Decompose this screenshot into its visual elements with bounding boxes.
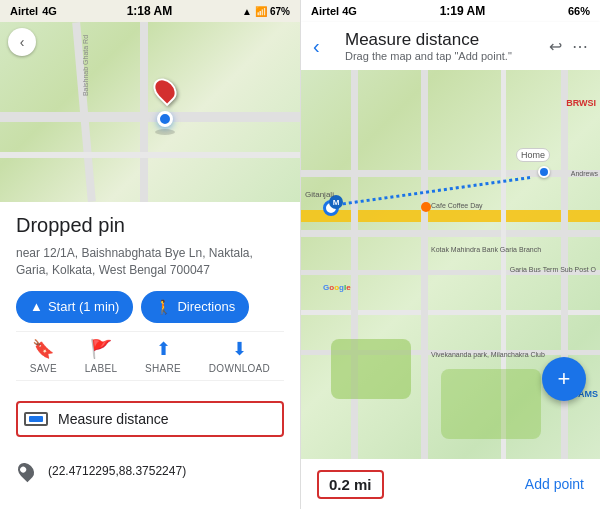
road-right-v1 xyxy=(351,70,358,459)
pin-shadow xyxy=(155,129,175,135)
road-label: Baishnab Ghata Rd xyxy=(82,35,89,96)
green-area1 xyxy=(331,339,411,399)
distance-badge: 0.2 mi xyxy=(317,470,384,499)
google-text: Google xyxy=(323,283,351,292)
road-right-h4 xyxy=(301,310,600,315)
label-gitanjali: Gitanjali xyxy=(305,190,334,199)
label-label: LABEL xyxy=(85,363,118,374)
undo-button[interactable]: ↩ xyxy=(549,37,562,56)
nav-icon: ▲ xyxy=(30,299,43,314)
label-ccd: Cafe Coffee Day xyxy=(431,202,483,209)
share-action[interactable]: ⬆ SHARE xyxy=(145,338,181,374)
road-right-h1 xyxy=(301,170,600,177)
wifi-icon: ▲ xyxy=(242,6,252,17)
status-bar-right: Airtel 4G 1:19 AM 66% xyxy=(301,0,600,22)
bottom-bar-right: 0.2 mi Add point xyxy=(301,459,600,509)
bottom-card-left: Dropped pin near 12/1A, Baishnabghata By… xyxy=(0,202,300,509)
right-panel: Airtel 4G 1:19 AM 66% ‹ Measure distance… xyxy=(300,0,600,509)
road-h2 xyxy=(0,152,300,158)
status-icons-left: ▲ 📶 67% xyxy=(242,6,290,17)
header-title: Measure distance xyxy=(345,30,541,50)
measure-icon-inner xyxy=(29,416,43,422)
battery-right: 66% xyxy=(568,5,590,17)
pin-blue-dot xyxy=(157,111,173,127)
label-garia: Garia Bus Term Sub Post O xyxy=(510,265,596,274)
time-right: 1:19 AM xyxy=(440,4,486,18)
download-icon: ⬇ xyxy=(228,338,250,360)
ccd-marker xyxy=(421,202,431,212)
label-brwsi: BRWSI xyxy=(566,98,596,108)
pin-red-marker xyxy=(149,74,182,107)
map-right[interactable]: M BRWSI Gitanjali Home Cafe Coffee Day K… xyxy=(301,70,600,459)
carrier-left: Airtel xyxy=(10,5,38,17)
walk-icon: 🚶 xyxy=(155,299,172,315)
save-label: SAVE xyxy=(30,363,57,374)
action-buttons: ▲ Start (1 min) 🚶 Directions xyxy=(16,291,284,323)
header-right: ‹ Measure distance Drag the map and tap … xyxy=(301,22,600,70)
time-left: 1:18 AM xyxy=(127,4,173,18)
header-title-area: Measure distance Drag the map and tap "A… xyxy=(345,30,541,62)
google-logo: Google xyxy=(323,276,351,294)
header-actions: ↩ ⋯ xyxy=(549,37,588,56)
measure-distance-label: Measure distance xyxy=(58,411,169,427)
label-andrew: Andrews xyxy=(571,170,598,177)
share-icon: ⬆ xyxy=(152,338,174,360)
dropped-pin-title: Dropped pin xyxy=(16,214,284,237)
dropped-pin xyxy=(155,77,175,135)
label-home: Home xyxy=(516,148,550,162)
dropped-pin-address: near 12/1A, Baishnabghata Bye Ln, Naktal… xyxy=(16,245,284,279)
plus-code-row: 7MJCF9CG+F3 ? xyxy=(16,505,284,509)
measure-distance-row[interactable]: Measure distance xyxy=(16,401,284,437)
label-vivekananda: Vivekananda park, Milanchakra Club xyxy=(431,350,545,359)
coords-pin-icon xyxy=(16,461,36,481)
add-point-button[interactable]: Add point xyxy=(525,476,584,492)
header-back-button[interactable]: ‹ xyxy=(313,35,337,58)
start-button[interactable]: ▲ Start (1 min) xyxy=(16,291,133,323)
road-h1 xyxy=(0,112,300,122)
start-button-label: Start (1 min) xyxy=(48,299,120,314)
carrier-right: Airtel 4G xyxy=(311,5,357,17)
directions-button[interactable]: 🚶 Directions xyxy=(141,291,249,323)
map-back-button[interactable]: ‹ xyxy=(8,28,36,56)
save-action[interactable]: 🔖 SAVE xyxy=(30,338,57,374)
download-action[interactable]: ⬇ DOWNLOAD xyxy=(209,338,270,374)
label-kotak: Kotak Mahindra Bank Garia Branch xyxy=(431,245,541,254)
battery-left: 67% xyxy=(270,6,290,17)
road-right-h2 xyxy=(301,230,600,237)
coords-row: (22.4712295,88.3752247) xyxy=(16,457,284,485)
green-area2 xyxy=(441,369,541,439)
share-label: SHARE xyxy=(145,363,181,374)
left-panel: Airtel 4G 1:18 AM ▲ 📶 67% Baishnab Ghata… xyxy=(0,0,300,509)
signal-icon: 📶 xyxy=(255,6,267,17)
measure-icon xyxy=(24,412,48,426)
end-marker xyxy=(538,166,550,178)
directions-button-label: Directions xyxy=(177,299,235,314)
header-subtitle: Drag the map and tap "Add point." xyxy=(345,50,541,62)
quick-actions: 🔖 SAVE 🚩 LABEL ⬆ SHARE ⬇ DOWNLOAD xyxy=(16,331,284,381)
road-right-main xyxy=(301,210,600,222)
more-options-button[interactable]: ⋯ xyxy=(572,37,588,56)
status-bar-left: Airtel 4G 1:18 AM ▲ 📶 67% xyxy=(0,0,300,22)
map-left[interactable]: Baishnab Ghata Rd ‹ xyxy=(0,22,300,202)
save-icon: 🔖 xyxy=(32,338,54,360)
road-right-v2 xyxy=(421,70,428,459)
network-left: 4G xyxy=(42,5,57,17)
label-action[interactable]: 🚩 LABEL xyxy=(85,338,118,374)
download-label: DOWNLOAD xyxy=(209,363,270,374)
carrier-info: Airtel 4G xyxy=(10,5,57,17)
pin-icon-small xyxy=(15,459,38,482)
fab-button[interactable]: + xyxy=(542,357,586,401)
coords-text: (22.4712295,88.3752247) xyxy=(48,464,186,478)
label-icon: 🚩 xyxy=(90,338,112,360)
